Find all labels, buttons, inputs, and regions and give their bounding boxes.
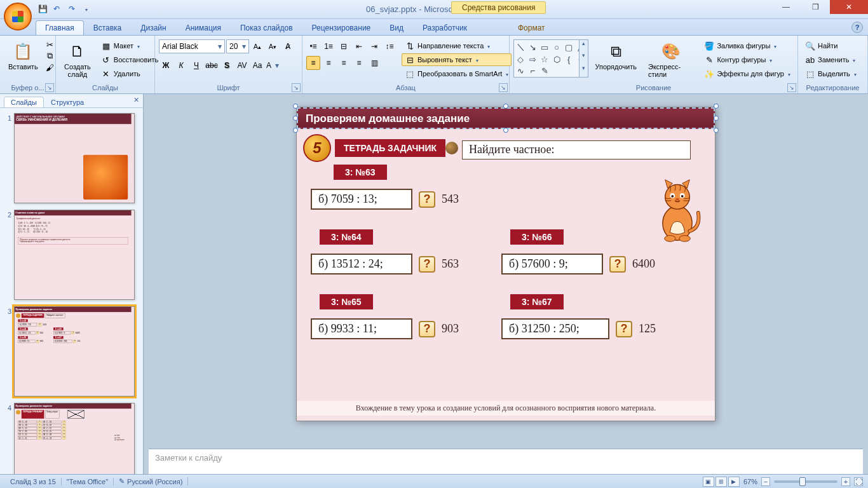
slide[interactable]: Проверяем домашнее задание 5 ТЕТРАДЬ ЗАД… bbox=[296, 107, 715, 421]
tab-insert[interactable]: Вставка bbox=[84, 20, 132, 35]
close-button[interactable]: ✕ bbox=[830, 0, 868, 14]
tab-design[interactable]: Дизайн bbox=[131, 20, 175, 35]
shape-line-icon[interactable]: ＼ bbox=[515, 41, 526, 53]
q-button-64[interactable]: ? bbox=[419, 256, 435, 273]
select-button[interactable]: ⬚Выделить bbox=[802, 67, 864, 80]
zoom-slider[interactable] bbox=[774, 480, 837, 483]
font-launcher[interactable]: ↘ bbox=[292, 83, 301, 92]
replace-button[interactable]: abЗаменить bbox=[802, 53, 864, 66]
shape-hex-icon[interactable]: ⬡ bbox=[552, 54, 562, 64]
reset-button[interactable]: ↺Восстановить bbox=[98, 53, 161, 66]
tab-animation[interactable]: Анимация bbox=[176, 20, 231, 35]
q-button-65[interactable]: ? bbox=[419, 321, 435, 337]
smartart-button[interactable]: ⬚Преобразовать в SmartArt bbox=[402, 67, 512, 80]
cut-icon[interactable]: ✂ bbox=[45, 39, 55, 50]
shadow-button[interactable]: S bbox=[220, 58, 234, 72]
font-color-button[interactable]: A▾ bbox=[266, 58, 280, 72]
text-direction-button[interactable]: ⇅Направление текста bbox=[402, 39, 512, 52]
bold-button[interactable]: Ж bbox=[159, 58, 173, 72]
bullets-button[interactable]: •≡ bbox=[306, 39, 320, 53]
shape-rarrow-icon[interactable]: ⇨ bbox=[527, 54, 538, 64]
decrease-indent-button[interactable]: ⇤ bbox=[352, 39, 366, 53]
tab-developer[interactable]: Разработчик bbox=[413, 20, 477, 35]
grow-font-button[interactable]: A▴ bbox=[250, 39, 264, 53]
paste-button[interactable]: 📋 Вставить bbox=[4, 39, 43, 72]
thumbnail-2[interactable]: 2 Главные слова на уроке Графический дик… bbox=[4, 210, 139, 300]
italic-button[interactable]: К bbox=[174, 58, 188, 72]
view-slideshow-button[interactable]: ▶ bbox=[728, 477, 740, 487]
shape-rrect-icon[interactable]: ▢ bbox=[564, 41, 574, 53]
zoom-out-button[interactable]: − bbox=[761, 477, 770, 486]
thumbnail-3[interactable]: 3 Проверяем домашнее задание ТЕТРАДЬ ЗАД… bbox=[4, 306, 139, 396]
underline-button[interactable]: Ч bbox=[189, 58, 203, 72]
restore-button[interactable]: ❐ bbox=[801, 0, 830, 14]
shape-diamond-icon[interactable]: ◇ bbox=[515, 54, 526, 64]
clipboard-launcher[interactable]: ↘ bbox=[45, 83, 54, 92]
arrange-button[interactable]: ⧉ Упорядочить bbox=[591, 39, 641, 72]
align-left-button[interactable]: ≡ bbox=[306, 56, 320, 70]
strikethrough-button[interactable]: abc bbox=[205, 58, 219, 72]
justify-button[interactable]: ≡ bbox=[352, 56, 366, 70]
redo-icon[interactable]: ↷ bbox=[69, 4, 79, 15]
line-spacing-button[interactable]: ↕≡ bbox=[383, 39, 397, 53]
slide-canvas[interactable]: Проверяем домашнее задание 5 ТЕТРАДЬ ЗАД… bbox=[144, 94, 868, 449]
format-painter-icon[interactable]: 🖌 bbox=[45, 62, 55, 72]
align-right-button[interactable]: ≡ bbox=[337, 56, 351, 70]
undo-icon[interactable]: ↶ bbox=[53, 4, 64, 15]
tab-slideshow[interactable]: Показ слайдов bbox=[231, 20, 302, 35]
panel-tab-slides[interactable]: Слайды bbox=[4, 97, 44, 107]
view-sorter-button[interactable]: ⊞ bbox=[715, 477, 727, 487]
thumbnail-1[interactable]: 1 ДЕЙСТВИЯ С НАТУРАЛЬНЫМИ ЧИСЛАМИСВЯЗЬ У… bbox=[4, 113, 139, 203]
copy-icon[interactable]: ⧉ bbox=[45, 51, 55, 61]
office-button[interactable] bbox=[4, 3, 32, 30]
paragraph-launcher[interactable]: ↘ bbox=[499, 83, 508, 92]
tab-home[interactable]: Главная bbox=[36, 20, 84, 35]
delete-slide-button[interactable]: ✕Удалить bbox=[98, 67, 161, 80]
shape-connector-icon[interactable]: ⌐ bbox=[527, 65, 538, 76]
shape-rect-icon[interactable]: ▭ bbox=[539, 41, 550, 53]
quick-styles-button[interactable]: 🎨 Экспресс-стили bbox=[644, 39, 698, 80]
layout-button[interactable]: ▦Макет bbox=[98, 39, 161, 52]
save-icon[interactable]: 💾 bbox=[38, 4, 48, 15]
help-button[interactable]: ? bbox=[851, 22, 863, 33]
status-slide-pos[interactable]: Слайд 3 из 15 bbox=[5, 478, 62, 485]
tab-format[interactable]: Формат bbox=[508, 20, 555, 35]
thumbnails[interactable]: 1 ДЕЙСТВИЯ С НАТУРАЛЬНЫМИ ЧИСЛАМИСВЯЗЬ У… bbox=[0, 108, 143, 474]
status-theme[interactable]: "Тема Office" bbox=[62, 478, 114, 485]
tab-view[interactable]: Вид bbox=[380, 20, 413, 35]
clear-formatting-button[interactable]: A̷ bbox=[281, 39, 295, 53]
panel-tab-outline[interactable]: Структура bbox=[44, 97, 91, 107]
shape-star-icon[interactable]: ☆ bbox=[539, 54, 550, 64]
shape-curve-icon[interactable]: ∿ bbox=[515, 65, 526, 76]
zoom-level[interactable]: 67% bbox=[743, 478, 757, 485]
find-button[interactable]: 🔍Найти bbox=[802, 39, 864, 52]
zoom-in-button[interactable]: + bbox=[841, 477, 850, 486]
font-name-combo[interactable]: Arial Black▾ bbox=[159, 39, 225, 53]
qat-menu-icon[interactable] bbox=[84, 4, 94, 15]
status-language[interactable]: ✎Русский (Россия) bbox=[114, 477, 188, 485]
shape-arrow-icon[interactable]: ↘ bbox=[527, 41, 538, 53]
shapes-scroll[interactable]: ▴▾▾ bbox=[579, 40, 588, 77]
fit-window-button[interactable]: ⛶ bbox=[854, 477, 863, 486]
columns-button[interactable]: ▥ bbox=[367, 56, 381, 70]
tab-review[interactable]: Рецензирование bbox=[302, 20, 381, 35]
change-case-button[interactable]: Aa bbox=[250, 58, 264, 72]
shape-brace-icon[interactable]: { bbox=[564, 54, 574, 64]
view-normal-button[interactable]: ▣ bbox=[703, 477, 714, 487]
drawing-launcher[interactable]: ↘ bbox=[787, 83, 796, 92]
new-slide-button[interactable]: 🗋 Создать слайд bbox=[60, 39, 95, 80]
align-center-button[interactable]: ≡ bbox=[322, 56, 336, 70]
q-button-66[interactable]: ? bbox=[609, 256, 626, 273]
shape-freeform-icon[interactable]: ✎ bbox=[539, 65, 550, 76]
font-size-combo[interactable]: 20▾ bbox=[226, 39, 249, 53]
shape-effects-button[interactable]: ✨Эффекты для фигур bbox=[701, 67, 794, 80]
thumbnail-4[interactable]: 4 Проверяем домашнее задание ТЕТРАДЬ ТРЕ… bbox=[4, 403, 139, 474]
shrink-font-button[interactable]: A▾ bbox=[266, 39, 280, 53]
shape-fill-button[interactable]: 🪣Заливка фигуры bbox=[701, 39, 794, 52]
panel-close-button[interactable]: ✕ bbox=[133, 96, 139, 104]
q-button-63[interactable]: ? bbox=[419, 191, 435, 208]
notes-area[interactable]: Заметки к слайду bbox=[149, 449, 863, 474]
align-text-button[interactable]: ⊟Выровнять текст bbox=[402, 53, 512, 66]
multilevel-button[interactable]: ⊟ bbox=[337, 39, 351, 53]
zoom-thumb[interactable] bbox=[799, 477, 806, 486]
